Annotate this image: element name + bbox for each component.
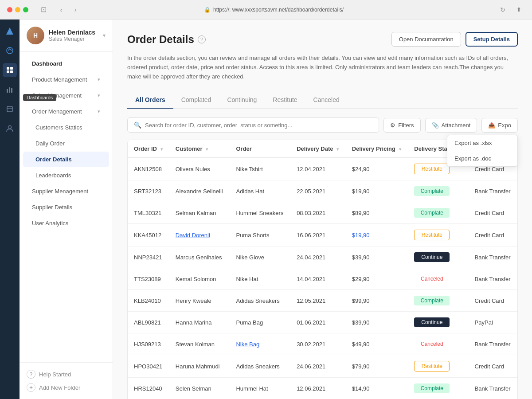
close-button[interactable] bbox=[7, 7, 12, 12]
order-name: Adidas Hat bbox=[236, 188, 264, 195]
sidebar-item-user-analytics[interactable]: User Analytics bbox=[23, 215, 109, 231]
url-bar[interactable]: 🔒 https://: www.xxxsportsavm.net/dashboa… bbox=[199, 5, 376, 15]
col-delivery-pricing[interactable]: Delivery Pricing ▾ bbox=[346, 140, 408, 158]
export-dropdown[interactable]: 📤 Expo Export as .xlsx Export as .doc bbox=[481, 118, 518, 133]
sidebar: H Helen Derinlacs Sales Menager ▾ Dashbo… bbox=[20, 20, 113, 399]
cell-delivery-date: 12.06.2021 bbox=[290, 378, 346, 399]
col-delivery-date[interactable]: Delivery Date ▾ bbox=[290, 140, 346, 158]
attachment-button[interactable]: 📎 Attachment bbox=[425, 118, 477, 133]
tab-restitute[interactable]: Restitute bbox=[265, 92, 305, 109]
tab-canceled[interactable]: Canceled bbox=[305, 92, 348, 109]
rail-box[interactable] bbox=[3, 102, 17, 116]
table-row: KKA45012 David Dorenli Puma Shorts 16.06… bbox=[128, 224, 517, 246]
help-started-item[interactable]: ? Help Started bbox=[27, 370, 106, 379]
cell-customer: Olivera Nules bbox=[169, 158, 230, 180]
status-badge: Restitute bbox=[414, 164, 450, 174]
traffic-lights bbox=[7, 7, 28, 12]
sidebar-item-product-management[interactable]: Product Menagement ▾ bbox=[23, 72, 109, 87]
avatar: H bbox=[27, 27, 44, 44]
tab-all-orders[interactable]: All Orders bbox=[127, 92, 173, 109]
page-description: In the order details section, you can re… bbox=[127, 54, 518, 81]
order-name: Nike Hat bbox=[236, 276, 258, 282]
maximize-button[interactable] bbox=[23, 7, 28, 12]
cell-order-id: HJS09213 bbox=[128, 333, 169, 355]
add-folder-label: Add New Folder bbox=[39, 384, 80, 391]
user-chevron-icon[interactable]: ▾ bbox=[103, 32, 106, 39]
sidebar-item-supplier-details[interactable]: Supplier Details bbox=[23, 200, 109, 215]
filter-icon: ⚙ bbox=[390, 122, 395, 129]
rail-user[interactable] bbox=[3, 121, 17, 136]
rail-dashboard[interactable] bbox=[3, 63, 17, 77]
status-badge: Restitute bbox=[414, 361, 450, 372]
cell-order-id: SRT32123 bbox=[128, 180, 169, 202]
sidebar-item-dashboard[interactable]: Dashboard bbox=[23, 56, 109, 71]
reload-button[interactable]: ↻ bbox=[497, 4, 509, 16]
sidebar-nav: Dashboard Product Menagement ▾ Sales Men… bbox=[20, 52, 113, 362]
cell-delivery-pricing: $49,90 bbox=[346, 333, 408, 355]
forward-button[interactable]: › bbox=[69, 4, 82, 16]
sidebar-item-label: User Analytics bbox=[32, 220, 68, 227]
sidebar-item-customers-statics[interactable]: Customers Statics bbox=[23, 120, 109, 135]
col-customer[interactable]: Customer ▾ bbox=[169, 140, 230, 158]
search-input[interactable] bbox=[145, 122, 372, 129]
minimize-button[interactable] bbox=[15, 7, 20, 12]
order-name: Puma Bag bbox=[236, 319, 263, 326]
status-badge: Canceled bbox=[414, 274, 450, 284]
cell-delivery-pricing: $19,90 bbox=[346, 224, 408, 246]
customer-name: Kemal Solomon bbox=[176, 276, 216, 282]
help-icon: ? bbox=[27, 370, 35, 379]
rail-logo[interactable] bbox=[3, 24, 17, 38]
customer-link[interactable]: David Dorenli bbox=[176, 232, 210, 239]
cell-order: Nike Bag bbox=[230, 333, 290, 355]
status-badge: Continue bbox=[414, 252, 450, 262]
customer-name: Selman Kalman bbox=[176, 210, 216, 216]
filters-label: Filters bbox=[398, 122, 414, 129]
cell-order-id: NNP23421 bbox=[128, 246, 169, 268]
cell-customer: Selman Kalman bbox=[169, 202, 230, 224]
sidebar-item-leaderboards[interactable]: Leaderboards bbox=[23, 168, 109, 183]
col-order-id[interactable]: Order ID ▾ bbox=[128, 140, 169, 158]
user-header[interactable]: H Helen Derinlacs Sales Menager ▾ bbox=[20, 20, 113, 52]
sidebar-item-daily-order[interactable]: Daily Order bbox=[23, 136, 109, 151]
user-name: Helen Derinlacs bbox=[49, 29, 98, 36]
cell-delivery-status: Complate bbox=[408, 290, 468, 312]
svg-rect-7 bbox=[9, 87, 10, 93]
cell-delivery-pricing: $29,90 bbox=[346, 268, 408, 290]
sidebar-item-order-details[interactable]: Order Details bbox=[23, 152, 109, 167]
cell-order: Adidas Hat bbox=[230, 180, 290, 202]
export-button[interactable]: 📤 Expo bbox=[481, 118, 518, 133]
order-link[interactable]: Nike Bag bbox=[236, 341, 259, 348]
page-help-icon[interactable]: ? bbox=[198, 35, 206, 43]
rail-home[interactable] bbox=[3, 43, 17, 58]
cell-order-id: KKA45012 bbox=[128, 224, 169, 246]
sidebar-toggle-button[interactable]: ⊡ bbox=[37, 4, 50, 16]
header-buttons: Open Documantation Setup Details bbox=[391, 32, 518, 47]
back-button[interactable]: ‹ bbox=[55, 4, 67, 16]
svg-marker-0 bbox=[6, 27, 13, 35]
tab-continuing[interactable]: Continuing bbox=[219, 92, 265, 109]
setup-details-button[interactable]: Setup Details bbox=[466, 32, 518, 47]
filters-button[interactable]: ⚙ Filters bbox=[383, 118, 420, 133]
add-new-folder-item[interactable]: + Add New Folder bbox=[27, 383, 106, 392]
cell-order-id: ABL90821 bbox=[128, 312, 169, 333]
sidebar-item-supplier-management[interactable]: Supplier Menagement bbox=[23, 184, 109, 199]
order-name: Puma Shorts bbox=[236, 232, 269, 239]
security-icon: 🔒 bbox=[204, 7, 211, 13]
tab-completed[interactable]: Complated bbox=[173, 92, 219, 109]
cell-payment: Credit Card bbox=[469, 290, 517, 312]
open-documentation-button[interactable]: Open Documantation bbox=[391, 32, 461, 47]
search-box[interactable]: 🔍 bbox=[127, 117, 379, 133]
cell-payment: Credit Card bbox=[469, 224, 517, 246]
sidebar-item-order-management[interactable]: Dashboards Order Menagement ▾ bbox=[23, 104, 109, 119]
cell-delivery-status: Canceled bbox=[408, 333, 468, 355]
share-button[interactable]: ⬆ bbox=[512, 4, 525, 16]
cell-customer: Selen Selman bbox=[169, 378, 230, 399]
cell-delivery-date: 24.06.2021 bbox=[290, 355, 346, 378]
icon-rail bbox=[0, 20, 20, 399]
export-xlsx-item[interactable]: Export as .xlsx bbox=[447, 135, 517, 151]
orders-table-wrapper: Order ID ▾ Customer ▾ Order Delivery Dat… bbox=[127, 140, 518, 399]
cell-delivery-date: 08.03.2021 bbox=[290, 202, 346, 224]
rail-chart[interactable] bbox=[3, 82, 17, 97]
order-name: Adidas Sneakers bbox=[236, 297, 279, 304]
export-doc-item[interactable]: Export as .doc bbox=[447, 151, 517, 166]
